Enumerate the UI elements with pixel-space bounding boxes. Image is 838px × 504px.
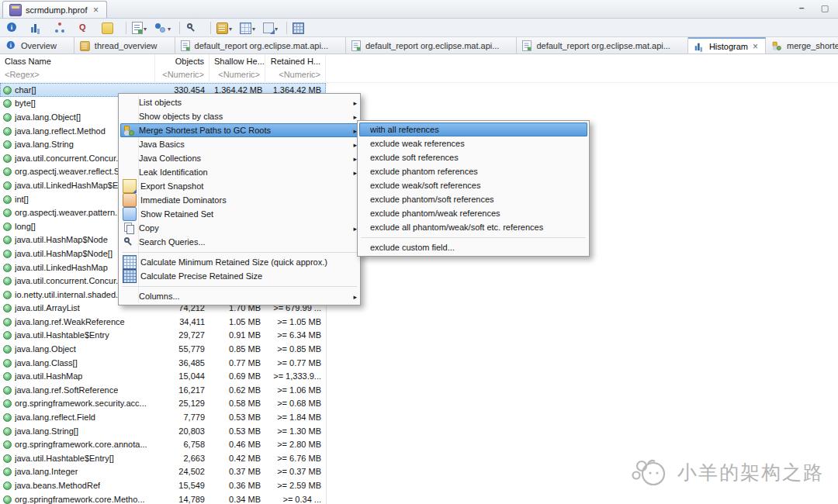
context-menu-item[interactable]: Copy bbox=[120, 221, 358, 235]
table-row-java.util.HashMap[interactable]: java.util.HashMap 15,044 0.69 MB >= 1,33… bbox=[0, 369, 326, 383]
shallow-heap-cell: 1.05 MB bbox=[210, 317, 265, 326]
dominators-icon bbox=[123, 193, 137, 207]
objects-cell: 55,779 bbox=[155, 344, 210, 354]
table-row-java.lang.Object[interactable]: java.lang.Object 55,779 0.85 MB >= 0.85 … bbox=[0, 342, 326, 356]
toolbar-button-overview[interactable] bbox=[3, 20, 27, 36]
toolbar-button-run-report[interactable] bbox=[130, 20, 152, 36]
table-row-java.util.Hashtable$Entry[interactable]: java.util.Hashtable$Entry 29,727 0.91 MB… bbox=[0, 329, 326, 343]
toolbar-button[interactable] bbox=[126, 22, 126, 34]
tab-label: default_report org.eclipse.mat.api... bbox=[195, 41, 328, 50]
context-menu-item[interactable]: Java Basics bbox=[120, 137, 358, 151]
tab-histogram[interactable]: Histogram bbox=[688, 37, 766, 54]
class-name: char[] bbox=[15, 85, 36, 95]
toolbar-button[interactable] bbox=[286, 22, 287, 34]
filter-objects-field[interactable]: <Numeric> bbox=[155, 68, 210, 82]
context-menu-item[interactable] bbox=[120, 283, 358, 289]
class-name-cell: org.springframework.core.Metho... bbox=[0, 495, 155, 504]
tab-merge-shortest-paths[interactable]: merge_shortest_paths [selection of ... bbox=[766, 37, 838, 54]
submenu-arrow-icon bbox=[348, 112, 357, 121]
heap-dump-tab-close-icon[interactable] bbox=[91, 5, 100, 15]
tab-default-report-2[interactable]: default_report org.eclipse.mat.api... bbox=[346, 37, 517, 54]
context-menu-item[interactable]: Calculate Precise Retained Size bbox=[120, 269, 358, 283]
dropdown-arrow-icon[interactable] bbox=[144, 23, 150, 33]
submenu-item[interactable] bbox=[359, 234, 587, 240]
context-menu-item[interactable]: Columns... bbox=[120, 289, 358, 303]
maximize-icon[interactable] bbox=[819, 2, 830, 13]
context-menu-item[interactable]: Leak Identification bbox=[120, 165, 358, 179]
mergepaths-icon bbox=[123, 124, 135, 136]
table-row-java.lang.ref.WeakReference[interactable]: java.lang.ref.WeakReference 34,411 1.05 … bbox=[0, 315, 326, 329]
submenu-item[interactable]: exclude phantom references bbox=[359, 164, 587, 178]
table-row-java.lang.String[][interactable]: java.lang.String[] 20,803 0.53 MB >= 1.3… bbox=[0, 424, 326, 438]
leak-icon bbox=[102, 22, 113, 34]
table-row-java.util.Hashtable$Entry[][interactable]: java.util.Hashtable$Entry[] 2,663 0.42 M… bbox=[0, 451, 326, 465]
column-header-retained-heap[interactable]: Retained H... bbox=[265, 54, 326, 68]
table-row-java.beans.MethodRef[interactable]: java.beans.MethodRef 15,549 0.36 MB >= 2… bbox=[0, 478, 326, 492]
filter-retained-field[interactable]: <Numeric> bbox=[265, 68, 326, 82]
submenu-item[interactable]: exclude phantom/weak references bbox=[359, 206, 587, 220]
toolbar-button-grouping[interactable] bbox=[237, 20, 261, 36]
heap-dump-file-tab[interactable]: scrmdump.hprof bbox=[2, 1, 107, 18]
context-menu-item[interactable]: Export Snapshot bbox=[120, 179, 358, 193]
submenu-item[interactable]: exclude weak references bbox=[359, 136, 587, 150]
search-icon bbox=[185, 22, 198, 34]
grid-icon bbox=[240, 22, 251, 34]
filter-regex-field[interactable]: <Regex> bbox=[0, 68, 155, 82]
toolbar-button-calculate-retained-size[interactable] bbox=[290, 20, 313, 36]
table-row-java.lang.ref.SoftReference[interactable]: java.lang.ref.SoftReference 16,217 0.62 … bbox=[0, 383, 326, 397]
column-header-shallow-heap[interactable]: Shallow He... bbox=[210, 54, 265, 68]
toolbar-button-find[interactable] bbox=[183, 20, 207, 36]
submenu-item[interactable]: exclude custom field... bbox=[359, 240, 587, 254]
toolbar-button-oql[interactable] bbox=[75, 20, 99, 36]
context-menu-item[interactable]: Search Queries... bbox=[120, 235, 358, 249]
toolbar-button-query-browser[interactable] bbox=[152, 20, 176, 36]
minimize-icon[interactable] bbox=[796, 2, 807, 13]
submenu-item[interactable]: with all references bbox=[359, 123, 587, 136]
context-menu-item[interactable]: Show Retained Set bbox=[120, 207, 358, 221]
tab-label: default_report org.eclipse.mat.api... bbox=[536, 41, 670, 50]
tab-close-icon[interactable] bbox=[751, 42, 760, 51]
toolbar-button-dominator-tree[interactable] bbox=[51, 20, 75, 36]
table-row-org.springframework.security.acc...[interactable]: org.springframework.security.acc... 25,1… bbox=[0, 397, 326, 411]
table-row-java.lang.Class[][interactable]: java.lang.Class[] 36,485 0.77 MB >= 0.77… bbox=[0, 356, 326, 370]
dropdown-arrow-icon[interactable] bbox=[275, 23, 281, 33]
context-menu-item[interactable]: Immediate Dominators bbox=[120, 193, 358, 207]
toolbar-button[interactable] bbox=[179, 22, 180, 34]
context-menu-item[interactable] bbox=[120, 249, 358, 255]
toolbar-button-thread-overview[interactable] bbox=[214, 20, 237, 36]
table-row-java.lang.reflect.Field[interactable]: java.lang.reflect.Field 7,779 0.53 MB >=… bbox=[0, 410, 326, 424]
table-header-row: Class Name Objects Shallow He... Retaine… bbox=[0, 54, 838, 68]
table-row-org.springframework.core.annota...[interactable]: org.springframework.core.annota... 6,758… bbox=[0, 437, 326, 451]
column-header-class-name[interactable]: Class Name bbox=[0, 54, 155, 68]
toolbar-button-histogram[interactable] bbox=[27, 20, 51, 36]
submenu-item[interactable]: exclude phantom/soft references bbox=[359, 192, 587, 206]
mat-window: scrmdump.hprof bbox=[0, 0, 838, 504]
toolbar-button-leak-report[interactable] bbox=[99, 20, 123, 36]
dropdown-arrow-icon[interactable] bbox=[252, 23, 258, 33]
tab-default-report-1[interactable]: default_report org.eclipse.mat.api... bbox=[175, 37, 346, 54]
filter-shallow-field[interactable]: <Numeric> bbox=[210, 68, 265, 82]
submenu-item-label: exclude weak/soft references bbox=[370, 181, 577, 190]
tab-overview[interactable]: Overview bbox=[0, 37, 74, 54]
table-row-org.springframework.core.Metho...[interactable]: org.springframework.core.Metho... 14,789… bbox=[0, 492, 326, 504]
context-menu: List objects Show objects by class Merge… bbox=[118, 93, 361, 306]
toolbar-button-export[interactable] bbox=[261, 20, 283, 36]
tab-default-report-3[interactable]: default_report org.eclipse.mat.api... bbox=[517, 37, 687, 54]
dropdown-arrow-icon[interactable] bbox=[168, 23, 174, 33]
submenu-item[interactable]: exclude all phantom/weak/soft etc. refer… bbox=[359, 220, 587, 234]
context-menu-item[interactable]: Show objects by class bbox=[120, 109, 358, 123]
toolbar-button[interactable] bbox=[210, 22, 211, 34]
objects-cell: 25,129 bbox=[155, 399, 210, 408]
dropdown-arrow-icon[interactable] bbox=[229, 23, 235, 33]
tab-thread-overview[interactable]: thread_overview bbox=[74, 37, 175, 54]
class-icon bbox=[3, 99, 12, 108]
context-menu-item[interactable]: Merge Shortest Paths to GC Roots bbox=[120, 123, 358, 137]
table-row-java.lang.Integer[interactable]: java.lang.Integer 24,502 0.37 MB >= 0.37… bbox=[0, 465, 326, 479]
context-menu-item[interactable]: Java Collections bbox=[120, 151, 358, 165]
class-name: java.util.concurrent.Concur... bbox=[15, 276, 123, 285]
context-menu-item[interactable]: List objects bbox=[120, 95, 358, 109]
submenu-item[interactable]: exclude soft references bbox=[359, 150, 587, 164]
column-header-objects[interactable]: Objects bbox=[155, 54, 210, 68]
submenu-item[interactable]: exclude weak/soft references bbox=[359, 178, 587, 192]
context-menu-item[interactable]: Calculate Minimum Retained Size (quick a… bbox=[120, 255, 358, 269]
